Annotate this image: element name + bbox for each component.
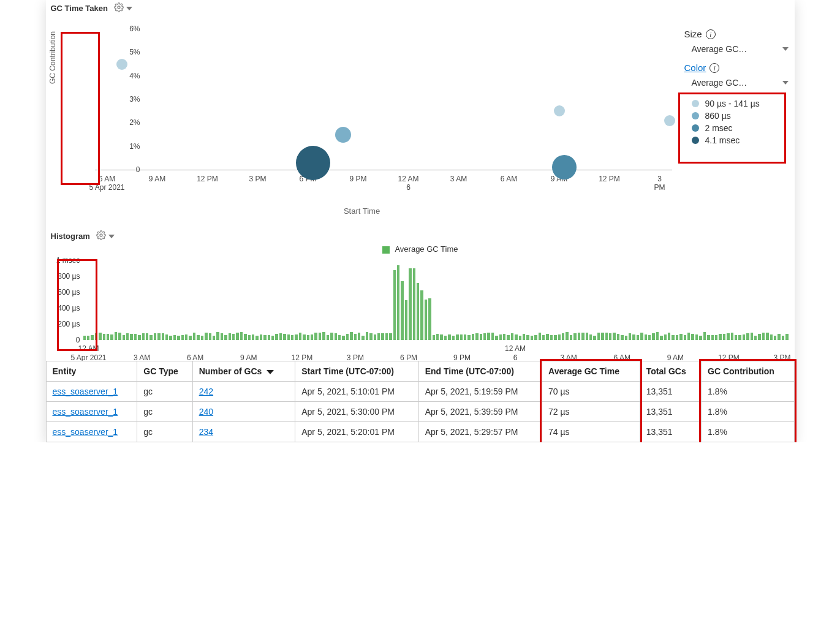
link[interactable]: ess_soaserver_1 bbox=[53, 427, 118, 437]
link[interactable]: 240 bbox=[199, 407, 213, 417]
y-axis-label: GC Contribution bbox=[48, 31, 57, 84]
hist-y-tick: 400 µs bbox=[48, 304, 80, 312]
gc-collapse-chevron-icon[interactable] bbox=[126, 7, 132, 10]
table-cell: 240 bbox=[192, 402, 295, 422]
hist-bar bbox=[244, 334, 246, 340]
x-tick: 12 AM6 bbox=[398, 175, 418, 192]
hist-bar bbox=[377, 333, 380, 340]
legend-row[interactable]: 2 msec bbox=[692, 123, 789, 133]
hist-bar bbox=[240, 332, 243, 340]
hist-bar bbox=[307, 335, 309, 340]
hist-bar bbox=[322, 332, 325, 340]
hist-bar bbox=[475, 333, 478, 340]
col-header[interactable]: Number of GCs bbox=[192, 361, 295, 382]
x-axis-title: Start Time bbox=[46, 206, 678, 216]
hist-bar bbox=[746, 333, 749, 340]
gc-title: GC Time Taken bbox=[51, 4, 108, 13]
link[interactable]: 234 bbox=[199, 427, 213, 437]
hist-bar bbox=[389, 333, 392, 340]
col-header[interactable]: GC Contribution bbox=[702, 361, 794, 382]
hist-bar bbox=[433, 335, 435, 340]
hist-bar bbox=[668, 333, 670, 340]
dashboard-page: GC Time Taken GC Contribution 01%2%3%4%5… bbox=[46, 0, 795, 442]
bubble-point[interactable] bbox=[552, 155, 577, 179]
hist-bar bbox=[460, 334, 463, 340]
hist-bar bbox=[216, 332, 219, 340]
x-tick: 6 AM bbox=[501, 175, 517, 183]
link[interactable]: ess_soaserver_1 bbox=[53, 407, 118, 417]
link[interactable]: ess_soaserver_1 bbox=[53, 387, 118, 396]
hist-bar bbox=[738, 335, 741, 340]
hist-bar bbox=[723, 334, 725, 340]
hist-bar bbox=[491, 333, 494, 340]
hist-bar bbox=[589, 334, 592, 340]
sort-desc-icon bbox=[267, 370, 274, 374]
hist-bar bbox=[605, 333, 608, 340]
size-select[interactable]: Average GC… bbox=[684, 43, 789, 62]
gc-bubble-area: GC Contribution 01%2%3%4%5%6%6 AM5 Apr 2… bbox=[46, 17, 795, 228]
legend-dot-icon bbox=[692, 100, 699, 107]
hist-bar bbox=[413, 268, 415, 340]
col-header[interactable]: End Time (UTC-07:00) bbox=[418, 361, 542, 382]
hist-bar bbox=[157, 333, 160, 340]
bubble-point[interactable] bbox=[116, 59, 127, 70]
col-header[interactable]: Start Time (UTC-07:00) bbox=[295, 361, 418, 382]
hist-y-tick: 600 µs bbox=[48, 288, 80, 296]
hist-bar bbox=[374, 334, 376, 340]
col-header[interactable]: Total GCs bbox=[640, 361, 701, 382]
hist-bar bbox=[573, 333, 576, 340]
color-label[interactable]: Color bbox=[684, 62, 706, 73]
gear-icon[interactable] bbox=[96, 230, 108, 242]
table-cell: 13,351 bbox=[640, 382, 701, 402]
color-select[interactable]: Average GC… bbox=[684, 77, 789, 96]
col-header[interactable]: GC Type bbox=[137, 361, 192, 382]
hist-bar bbox=[181, 335, 184, 340]
hist-bar bbox=[699, 336, 702, 340]
table-cell: 74 µs bbox=[542, 422, 640, 442]
hist-bar bbox=[268, 335, 270, 340]
hist-bar bbox=[95, 333, 97, 340]
hist-bar bbox=[519, 336, 521, 340]
hist-bar bbox=[91, 335, 93, 340]
table-cell: 234 bbox=[192, 422, 295, 442]
hist-bar bbox=[645, 334, 647, 340]
legend-row[interactable]: 90 µs - 141 µs bbox=[692, 99, 789, 108]
hist-bar bbox=[566, 332, 568, 340]
hist-bar bbox=[299, 333, 301, 340]
hist-bar bbox=[499, 334, 502, 340]
gear-icon[interactable] bbox=[114, 2, 126, 14]
x-tick: 12 PM bbox=[197, 175, 218, 183]
bubble-plot[interactable]: 01%2%3%4%5%6%6 AM5 Apr 20219 AM12 PM3 PM… bbox=[95, 17, 672, 182]
col-header-label: Average GC Time bbox=[548, 366, 619, 376]
hist-legend-label: Average GC Time bbox=[395, 244, 458, 254]
info-icon[interactable]: i bbox=[706, 29, 716, 39]
hist-collapse-chevron-icon[interactable] bbox=[108, 235, 115, 238]
hist-bar bbox=[766, 333, 768, 340]
bubble-point[interactable] bbox=[296, 146, 330, 180]
hist-title: Histogram bbox=[51, 232, 90, 241]
bubble-point[interactable] bbox=[554, 105, 565, 116]
table-cell: gc bbox=[137, 402, 192, 422]
table-cell: gc bbox=[137, 382, 192, 402]
col-header[interactable]: Entity bbox=[46, 361, 137, 382]
hist-bar bbox=[142, 333, 145, 340]
hist-bar bbox=[652, 333, 654, 340]
hist-bar bbox=[417, 283, 419, 340]
link[interactable]: 242 bbox=[199, 387, 213, 396]
bubble-point[interactable] bbox=[335, 127, 351, 143]
bubble-point[interactable] bbox=[664, 115, 675, 126]
hist-bar bbox=[134, 334, 137, 340]
table-cell: 1.8% bbox=[702, 402, 794, 422]
legend-label: 860 µs bbox=[705, 111, 731, 121]
table-cell: Apr 5, 2021, 5:29:57 PM bbox=[418, 422, 542, 442]
hist-bar bbox=[338, 335, 341, 340]
hist-bar bbox=[232, 334, 235, 340]
col-header[interactable]: Average GC Time bbox=[542, 361, 640, 382]
hist-bar bbox=[495, 336, 498, 340]
hist-bar bbox=[782, 336, 784, 340]
hist-bar bbox=[291, 335, 293, 340]
legend-row[interactable]: 860 µs bbox=[692, 111, 789, 121]
legend-row[interactable]: 4.1 msec bbox=[692, 135, 789, 145]
hist-plot[interactable]: 0200 µs400 µs600 µs800 µs1 msec12 AM5 Ap… bbox=[83, 257, 789, 358]
info-icon[interactable]: i bbox=[709, 63, 719, 73]
